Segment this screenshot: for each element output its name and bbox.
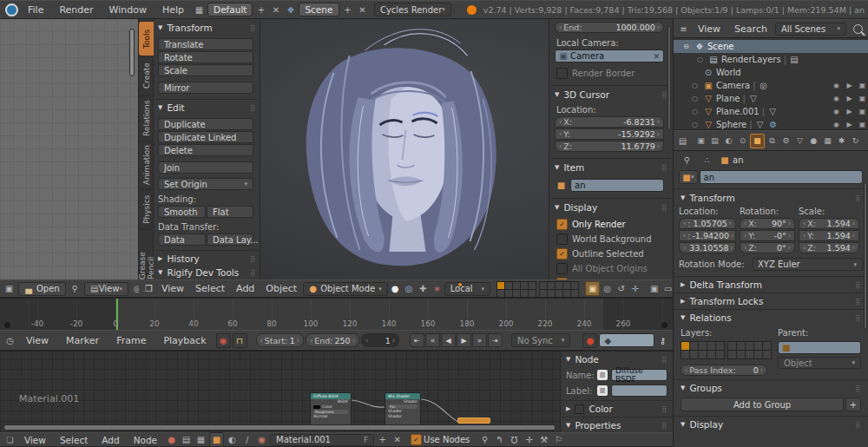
outliner-scope-select[interactable]: All Scenes▾	[775, 23, 846, 36]
transform-panel-header[interactable]: ▼Transform⣿	[158, 23, 256, 33]
scale-button[interactable]: Scale	[158, 64, 253, 76]
cursor-y-field[interactable]: ‹Y:-15.9292›	[555, 128, 664, 140]
data-transfer-layout-button[interactable]: Data Lay...	[207, 233, 253, 246]
manipulator-axis-icon[interactable]: ∗	[431, 282, 444, 295]
clear-camera-icon[interactable]: ✕	[653, 52, 660, 61]
display-panel-header[interactable]: ▼Display⣿	[674, 417, 868, 432]
clip-end-field[interactable]: ‹End:1000.000›	[555, 22, 664, 33]
local-camera-field[interactable]: ▣ Camera ✕	[555, 49, 664, 62]
search-icon[interactable]	[852, 23, 865, 36]
rotate-button[interactable]: Rotate	[158, 51, 253, 63]
renderability-toggle-icon[interactable]: ▣	[857, 82, 868, 89]
parent-field[interactable]: ■	[778, 341, 861, 354]
set-origin-dropdown[interactable]: Set Origin▾	[158, 178, 253, 190]
timeline-menu-marker[interactable]: Marker	[58, 335, 107, 346]
cursor-x-field[interactable]: ‹X:-6.8231›	[555, 116, 664, 128]
timeline[interactable]: -40 -20 0 20 40 60 80 100 120 140 160 18…	[0, 298, 673, 330]
insert-keyframe-icon[interactable]: ⚷	[656, 334, 669, 347]
tab-particles[interactable]: ✱	[835, 135, 848, 148]
render-opengl-image-icon[interactable]: ▣	[648, 282, 661, 295]
blender-menu-icon[interactable]	[3, 3, 19, 16]
only-render-checkbox[interactable]: ✓	[556, 219, 568, 230]
cursor-panel-header[interactable]: ▼3D Cursor⣿	[555, 89, 667, 100]
unlink-material-icon[interactable]: ✕	[391, 433, 404, 446]
scene-name-field[interactable]: Scene	[299, 3, 339, 16]
selected-node-edge[interactable]	[457, 417, 490, 424]
add-layout-icon[interactable]: +	[254, 3, 267, 16]
outliner-menu-view[interactable]: View	[692, 23, 727, 35]
outliner-row-camera[interactable]: ○ ▣ Camera |◎ ◉▶▣	[674, 79, 868, 92]
rot-y-field[interactable]: ‹Y:-0°›	[740, 230, 795, 241]
duplicate-button[interactable]: Duplicate	[158, 118, 253, 130]
shade-flat-button[interactable]: Flat	[207, 206, 253, 218]
proportional-edit-icon[interactable]: ↺	[615, 282, 628, 295]
play-reverse-button[interactable]: ◀	[441, 333, 456, 347]
scale-z-field[interactable]: ‹Z:1.594›	[799, 242, 859, 253]
menu-help[interactable]: Help	[155, 4, 191, 16]
snap-target-icon[interactable]: ◎	[601, 282, 614, 295]
view3d-menu-object[interactable]: Object	[260, 283, 302, 294]
delta-transform-panel-header[interactable]: ▶Delta Transform⣿	[674, 277, 868, 293]
collapse-icon[interactable]: ⊖	[681, 43, 692, 50]
tab-physics[interactable]: ↻	[849, 135, 862, 148]
play-button[interactable]: ▶	[457, 333, 471, 347]
render-engine-select[interactable]: Cycles Render▾	[374, 3, 451, 16]
outliner-row-renderlayers[interactable]: ○ ▤ RenderLayers |▤	[674, 53, 868, 66]
line-style-context-icon[interactable]: ∕	[240, 433, 253, 446]
outline-selected-option[interactable]: ✓Outline Selected	[556, 248, 644, 260]
image-editor-viewport[interactable]	[0, 19, 139, 279]
node-properties-panel-header[interactable]: ▼Properties⣿	[561, 417, 673, 433]
data-transfer-data-button[interactable]: Data	[158, 233, 206, 246]
mirror-button[interactable]: Mirror	[158, 82, 253, 94]
panel-grip-icon[interactable]: ⣿	[250, 24, 256, 32]
object-context-icon[interactable]: ■	[209, 432, 224, 447]
tab-tools[interactable]: Tools	[139, 21, 154, 56]
node-menu-add[interactable]: Add	[95, 435, 125, 445]
display-panel-header[interactable]: ▼Display⣿	[555, 202, 667, 213]
sync-mode-select[interactable]: No Sync▾	[511, 333, 570, 347]
frame-start-field[interactable]: ‹Start:1›	[256, 333, 305, 347]
renderability-toggle-icon[interactable]: ▣	[857, 108, 868, 115]
timeline-menu-playback[interactable]: Playback	[155, 335, 214, 346]
panel-grip-icon[interactable]: ⣿	[250, 269, 256, 277]
timeline-menu-frame[interactable]: Frame	[108, 335, 154, 346]
tab-material[interactable]: ●	[807, 135, 820, 148]
keying-set-field[interactable]: ◆	[599, 333, 654, 347]
panel-grip-icon[interactable]: ⣿	[855, 314, 861, 322]
color-swatch[interactable]	[313, 405, 320, 409]
panel-grip-icon[interactable]: ⣿	[661, 91, 667, 99]
timeline-scroll-dot-left[interactable]	[4, 322, 10, 328]
properties-scrollbar[interactable]	[864, 182, 867, 330]
pivot-point-icon[interactable]: ◎	[403, 282, 416, 295]
tab-object-data[interactable]: ▽	[793, 135, 806, 148]
pin-icon[interactable]: ⚲	[681, 154, 694, 167]
render-border-option[interactable]: Render Border	[556, 68, 635, 79]
selectability-toggle-icon[interactable]: ▶	[844, 95, 855, 102]
visibility-toggle-icon[interactable]: ◉	[831, 108, 842, 115]
frame-end-field[interactable]: ‹End:250›	[306, 333, 359, 347]
item-panel-header[interactable]: ▼Item⣿	[555, 162, 667, 173]
visibility-toggle-icon[interactable]: ◉	[831, 121, 842, 128]
timeline-menu-view[interactable]: View	[18, 335, 56, 346]
delete-button[interactable]: Delete	[158, 144, 253, 156]
compositing-tree-icon[interactable]: ▤	[180, 433, 193, 446]
view3d-menu-add[interactable]: Add	[231, 283, 260, 294]
rigify-panel-header[interactable]: ▼Rigify Dev Tools⣿	[158, 267, 256, 278]
loc-y-field[interactable]: ‹:-1.94200›	[679, 230, 736, 241]
world-background-option[interactable]: World Background	[556, 233, 652, 245]
only-render-option[interactable]: ✓Only Render	[556, 219, 626, 230]
selectability-toggle-icon[interactable]: ▶	[844, 82, 855, 89]
parent-node-icon[interactable]: ↰	[493, 433, 506, 446]
scale-y-field[interactable]: ‹Y:1.594›	[799, 230, 859, 241]
expand-icon[interactable]: ○	[694, 56, 706, 63]
scale-x-field[interactable]: ‹X:1.594›	[799, 218, 859, 229]
shade-smooth-button[interactable]: Smooth	[158, 206, 206, 218]
material-name-field[interactable]: Material.001 F	[270, 434, 374, 446]
open-image-button[interactable]: ▄Open	[18, 282, 66, 296]
layers-grid-a[interactable]	[496, 281, 535, 296]
tab-texture[interactable]: ▦	[821, 135, 834, 148]
outliner-row-world[interactable]: ⊙ World	[674, 66, 868, 79]
add-material-icon[interactable]: +	[376, 433, 389, 446]
close-layout-icon[interactable]: ✕	[269, 3, 282, 16]
parent-type-select[interactable]: Object▾	[778, 357, 861, 369]
